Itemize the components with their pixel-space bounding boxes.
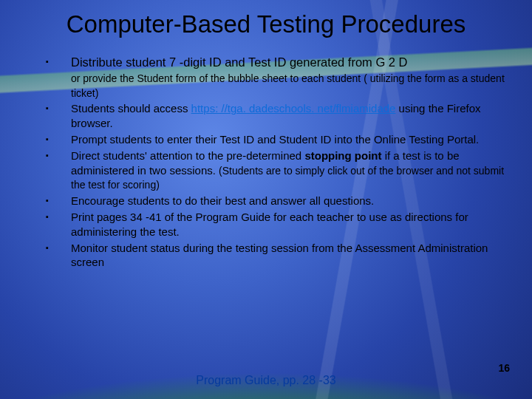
bullet-item: Monitor student status during the testin… bbox=[46, 241, 507, 270]
bullet-text: Students should access bbox=[71, 102, 191, 115]
bullet-text: Monitor student status during the testin… bbox=[71, 242, 488, 269]
bullet-subtext: or provide the Student form of the bubbl… bbox=[71, 72, 505, 99]
bullet-item: Distribute student 7 -digit ID and Test … bbox=[46, 55, 507, 100]
bullet-text: Encourage students to do their best and … bbox=[71, 194, 374, 207]
bullet-item: Encourage students to do their best and … bbox=[46, 194, 507, 208]
slide-title: Computer-Based Testing Procedures bbox=[0, 10, 532, 38]
bullet-item: Prompt students to enter their Test ID a… bbox=[46, 132, 507, 147]
bullet-text: Print pages 34 -41 of the Program Guide … bbox=[71, 211, 468, 238]
bullet-item: Direct students' attention to the pre-de… bbox=[46, 149, 507, 192]
bullet-item: Print pages 34 -41 of the Program Guide … bbox=[46, 210, 507, 239]
bullet-item: Students should access https: //tga. dad… bbox=[46, 101, 507, 131]
bullet-list: Distribute student 7 -digit ID and Test … bbox=[46, 55, 507, 270]
bullet-text: Distribute student 7 -digit ID and Test … bbox=[71, 55, 408, 69]
slide: Computer-Based Testing Procedures Distri… bbox=[0, 0, 532, 399]
footer-reference: Program Guide, pp. 28 -33 bbox=[0, 374, 532, 387]
slide-body: Distribute student 7 -digit ID and Test … bbox=[46, 55, 507, 271]
page-number: 16 bbox=[498, 362, 510, 374]
access-url-link[interactable]: https: //tga. dadeschools. net/flmiamida… bbox=[191, 102, 396, 115]
bullet-bold: stopping point bbox=[304, 149, 381, 162]
bullet-text: Prompt students to enter their Test ID a… bbox=[71, 133, 479, 146]
bullet-text: Direct students' attention to the pre-de… bbox=[71, 149, 304, 162]
